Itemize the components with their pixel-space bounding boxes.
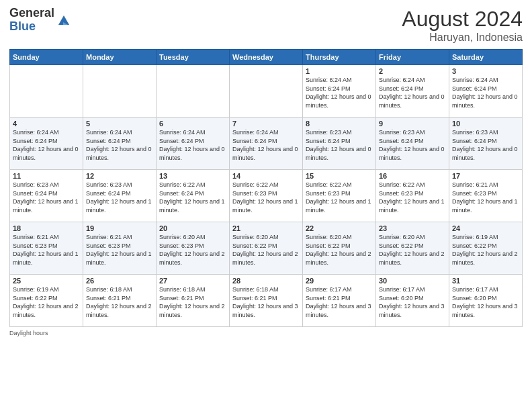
sunset: Sunset: 6:24 PM xyxy=(13,190,58,197)
sunrise: Sunrise: 6:21 AM xyxy=(452,181,498,188)
location: Haruyan, Indonesia xyxy=(402,32,523,44)
sunset: Sunset: 6:22 PM xyxy=(13,295,58,302)
day-info: Sunrise: 6:22 AM Sunset: 6:23 PM Dayligh… xyxy=(379,181,446,214)
sunrise: Sunrise: 6:24 AM xyxy=(452,77,498,83)
sunrise: Sunrise: 6:17 AM xyxy=(379,286,425,293)
sunrise: Sunrise: 6:22 AM xyxy=(159,181,206,188)
daylight: Daylight: 12 hours and 3 minutes. xyxy=(452,303,518,318)
sunrise: Sunrise: 6:23 AM xyxy=(306,129,352,136)
sunrise: Sunrise: 6:23 AM xyxy=(86,181,132,188)
sunrise: Sunrise: 6:17 AM xyxy=(306,286,352,293)
sunset: Sunset: 6:24 PM xyxy=(452,138,497,144)
calendar-cell-2: 2 Sunrise: 6:24 AM Sunset: 6:24 PM Dayli… xyxy=(376,65,449,118)
sunset: Sunset: 6:22 PM xyxy=(232,242,277,249)
sunset: Sunset: 6:24 PM xyxy=(13,138,58,144)
logo-general: General Blue xyxy=(9,7,54,34)
sunset: Sunset: 6:20 PM xyxy=(452,295,497,302)
day-info: Sunrise: 6:18 AM Sunset: 6:21 PM Dayligh… xyxy=(232,285,300,319)
daylight: Daylight: 12 hours and 1 minute. xyxy=(86,250,152,266)
day-number: 12 xyxy=(86,172,153,180)
calendar-cell-8: 8 Sunrise: 6:23 AM Sunset: 6:24 PM Dayli… xyxy=(303,118,376,170)
sunset: Sunset: 6:24 PM xyxy=(306,138,351,144)
header: General Blue August 2024 Haruyan, Indone… xyxy=(9,7,523,44)
day-number: 15 xyxy=(306,172,373,180)
sunrise: Sunrise: 6:21 AM xyxy=(86,234,132,240)
sunrise: Sunrise: 6:24 AM xyxy=(306,77,352,83)
daylight: Daylight: 12 hours and 0 minutes. xyxy=(306,93,371,109)
day-info: Sunrise: 6:20 AM Sunset: 6:22 PM Dayligh… xyxy=(306,233,373,267)
calendar-cell-4: 4 Sunrise: 6:24 AM Sunset: 6:24 PM Dayli… xyxy=(10,118,83,170)
sunrise: Sunrise: 6:20 AM xyxy=(306,234,352,240)
daylight: Daylight: 12 hours and 2 minutes. xyxy=(159,250,225,266)
weekday-header-thursday: Thursday xyxy=(303,50,376,65)
day-info: Sunrise: 6:22 AM Sunset: 6:23 PM Dayligh… xyxy=(232,181,300,214)
calendar-week-row: 1 Sunrise: 6:24 AM Sunset: 6:24 PM Dayli… xyxy=(10,65,523,118)
daylight: Daylight: 12 hours and 2 minutes. xyxy=(306,250,371,266)
calendar-cell-5: 5 Sunrise: 6:24 AM Sunset: 6:24 PM Dayli… xyxy=(83,118,157,170)
calendar-cell-11: 11 Sunrise: 6:23 AM Sunset: 6:24 PM Dayl… xyxy=(10,170,83,222)
month-year: August 2024 xyxy=(402,7,523,32)
day-number: 23 xyxy=(379,224,446,232)
calendar-cell-empty xyxy=(83,65,157,118)
day-number: 29 xyxy=(306,277,373,285)
weekday-header-sunday: Sunday xyxy=(10,50,83,65)
calendar-cell-13: 13 Sunrise: 6:22 AM Sunset: 6:24 PM Dayl… xyxy=(157,170,230,222)
day-info: Sunrise: 6:24 AM Sunset: 6:24 PM Dayligh… xyxy=(86,128,153,162)
day-number: 28 xyxy=(232,277,300,285)
sunset: Sunset: 6:24 PM xyxy=(379,85,424,92)
day-info: Sunrise: 6:22 AM Sunset: 6:23 PM Dayligh… xyxy=(306,181,373,214)
sunset: Sunset: 6:23 PM xyxy=(306,190,351,197)
sunrise: Sunrise: 6:23 AM xyxy=(379,129,425,136)
sunrise: Sunrise: 6:21 AM xyxy=(13,234,59,240)
logo-text-block: General Blue xyxy=(9,7,71,34)
daylight: Daylight: 12 hours and 0 minutes. xyxy=(86,146,152,161)
calendar-cell-31: 31 Sunrise: 6:17 AM Sunset: 6:20 PM Dayl… xyxy=(449,275,523,327)
daylight: Daylight: 12 hours and 1 minute. xyxy=(232,198,298,214)
sunrise: Sunrise: 6:20 AM xyxy=(232,234,279,240)
day-number: 30 xyxy=(379,277,446,285)
day-number: 3 xyxy=(452,67,519,75)
sunset: Sunset: 6:23 PM xyxy=(13,242,58,249)
day-info: Sunrise: 6:20 AM Sunset: 6:23 PM Dayligh… xyxy=(159,233,226,267)
daylight: Daylight: 12 hours and 1 minute. xyxy=(13,198,79,214)
calendar-cell-1: 1 Sunrise: 6:24 AM Sunset: 6:24 PM Dayli… xyxy=(303,65,376,118)
calendar-cell-6: 6 Sunrise: 6:24 AM Sunset: 6:24 PM Dayli… xyxy=(157,118,230,170)
day-info: Sunrise: 6:23 AM Sunset: 6:24 PM Dayligh… xyxy=(452,128,519,162)
daylight: Daylight: 12 hours and 0 minutes. xyxy=(379,146,445,161)
sunrise: Sunrise: 6:23 AM xyxy=(452,129,498,136)
day-info: Sunrise: 6:19 AM Sunset: 6:22 PM Dayligh… xyxy=(452,233,519,267)
day-info: Sunrise: 6:23 AM Sunset: 6:24 PM Dayligh… xyxy=(13,181,80,214)
day-info: Sunrise: 6:24 AM Sunset: 6:24 PM Dayligh… xyxy=(379,76,446,109)
sunrise: Sunrise: 6:20 AM xyxy=(379,234,425,240)
sunrise: Sunrise: 6:24 AM xyxy=(159,129,206,136)
calendar-cell-23: 23 Sunrise: 6:20 AM Sunset: 6:22 PM Dayl… xyxy=(376,222,449,275)
daylight: Daylight: 12 hours and 3 minutes. xyxy=(232,303,298,318)
sunset: Sunset: 6:22 PM xyxy=(452,242,497,249)
calendar-week-row: 18 Sunrise: 6:21 AM Sunset: 6:23 PM Dayl… xyxy=(10,222,523,275)
day-info: Sunrise: 6:19 AM Sunset: 6:22 PM Dayligh… xyxy=(13,285,80,319)
weekday-header-saturday: Saturday xyxy=(449,50,523,65)
calendar-cell-29: 29 Sunrise: 6:17 AM Sunset: 6:21 PM Dayl… xyxy=(303,275,376,327)
day-info: Sunrise: 6:23 AM Sunset: 6:24 PM Dayligh… xyxy=(379,128,446,162)
sunrise: Sunrise: 6:17 AM xyxy=(452,286,498,293)
calendar-cell-21: 21 Sunrise: 6:20 AM Sunset: 6:22 PM Dayl… xyxy=(230,222,303,275)
weekday-header-tuesday: Tuesday xyxy=(157,50,230,65)
day-info: Sunrise: 6:24 AM Sunset: 6:24 PM Dayligh… xyxy=(13,128,80,162)
logo-icon xyxy=(56,13,71,28)
daylight: Daylight: 12 hours and 2 minutes. xyxy=(13,303,79,318)
day-number: 31 xyxy=(452,277,519,285)
day-number: 13 xyxy=(159,172,226,180)
day-info: Sunrise: 6:21 AM Sunset: 6:23 PM Dayligh… xyxy=(86,233,153,267)
day-number: 25 xyxy=(13,277,80,285)
calendar-cell-16: 16 Sunrise: 6:22 AM Sunset: 6:23 PM Dayl… xyxy=(376,170,449,222)
day-number: 20 xyxy=(159,224,226,232)
daylight: Daylight: 12 hours and 1 minute. xyxy=(379,198,445,214)
daylight: Daylight: 12 hours and 2 minutes. xyxy=(159,303,225,318)
weekday-header-wednesday: Wednesday xyxy=(230,50,303,65)
day-info: Sunrise: 6:22 AM Sunset: 6:24 PM Dayligh… xyxy=(159,181,226,214)
day-info: Sunrise: 6:18 AM Sunset: 6:21 PM Dayligh… xyxy=(159,285,226,319)
sunset: Sunset: 6:20 PM xyxy=(379,295,424,302)
calendar-cell-24: 24 Sunrise: 6:19 AM Sunset: 6:22 PM Dayl… xyxy=(449,222,523,275)
day-number: 4 xyxy=(13,120,80,128)
sunrise: Sunrise: 6:20 AM xyxy=(159,234,206,240)
